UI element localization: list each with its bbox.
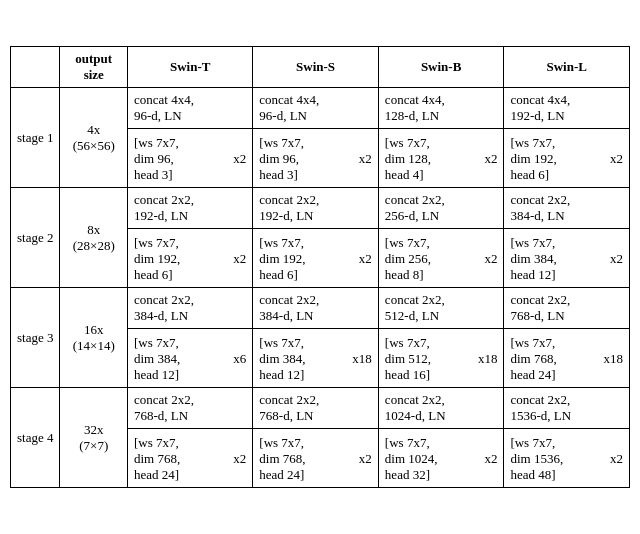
size-cell-1: 4x(56×56)	[60, 88, 128, 188]
ws-cell-s3-m3: [ws 7x7,dim 512,head 16]x18	[378, 329, 504, 388]
ws-cell-s4-m1: [ws 7x7,dim 768,head 24]x2	[128, 429, 253, 488]
concat-cell-s3-m3: concat 2x2,512-d, LN	[378, 288, 504, 329]
header-swin-l: Swin-L	[504, 47, 630, 88]
concat-cell-s1-m3: concat 4x4,128-d, LN	[378, 88, 504, 129]
ws-cell-s3-m4: [ws 7x7,dim 768,head 24]x18	[504, 329, 630, 388]
stage-label-2: stage 2	[11, 188, 60, 288]
concat-cell-s3-m2: concat 2x2,384-d, LN	[253, 288, 379, 329]
header-empty	[11, 47, 60, 88]
ws-cell-s1-m2: [ws 7x7,dim 96,head 3]x2	[253, 129, 379, 188]
concat-cell-s4-m1: concat 2x2,768-d, LN	[128, 388, 253, 429]
concat-cell-s3-m4: concat 2x2,768-d, LN	[504, 288, 630, 329]
concat-cell-s2-m4: concat 2x2,384-d, LN	[504, 188, 630, 229]
concat-cell-s1-m2: concat 4x4,96-d, LN	[253, 88, 379, 129]
concat-cell-s1-m4: concat 4x4,192-d, LN	[504, 88, 630, 129]
architecture-table: outputsize Swin-T Swin-S Swin-B Swin-L s…	[10, 46, 630, 488]
concat-cell-s4-m4: concat 2x2,1536-d, LN	[504, 388, 630, 429]
header-swin-t: Swin-T	[128, 47, 253, 88]
concat-cell-s2-m1: concat 2x2,192-d, LN	[128, 188, 253, 229]
table-wrapper: outputsize Swin-T Swin-S Swin-B Swin-L s…	[0, 36, 640, 498]
ws-cell-s3-m1: [ws 7x7,dim 384,head 12]x6	[128, 329, 253, 388]
ws-cell-s1-m4: [ws 7x7,dim 192,head 6]x2	[504, 129, 630, 188]
concat-cell-s3-m1: concat 2x2,384-d, LN	[128, 288, 253, 329]
ws-cell-s4-m3: [ws 7x7,dim 1024,head 32]x2	[378, 429, 504, 488]
concat-cell-s1-m1: concat 4x4,96-d, LN	[128, 88, 253, 129]
ws-cell-s2-m4: [ws 7x7,dim 384,head 12]x2	[504, 229, 630, 288]
ws-cell-s2-m2: [ws 7x7,dim 192,head 6]x2	[253, 229, 379, 288]
ws-cell-s1-m1: [ws 7x7,dim 96,head 3]x2	[128, 129, 253, 188]
stage-label-4: stage 4	[11, 388, 60, 488]
header-swin-b: Swin-B	[378, 47, 504, 88]
header-swin-s: Swin-S	[253, 47, 379, 88]
ws-cell-s4-m4: [ws 7x7,dim 1536,head 48]x2	[504, 429, 630, 488]
ws-cell-s2-m3: [ws 7x7,dim 256,head 8]x2	[378, 229, 504, 288]
concat-cell-s2-m3: concat 2x2,256-d, LN	[378, 188, 504, 229]
ws-cell-s2-m1: [ws 7x7,dim 192,head 6]x2	[128, 229, 253, 288]
size-cell-4: 32x(7×7)	[60, 388, 128, 488]
ws-cell-s3-m2: [ws 7x7,dim 384,head 12]x18	[253, 329, 379, 388]
stage-label-3: stage 3	[11, 288, 60, 388]
header-output-size: outputsize	[60, 47, 128, 88]
stage-label-1: stage 1	[11, 88, 60, 188]
concat-cell-s2-m2: concat 2x2,192-d, LN	[253, 188, 379, 229]
concat-cell-s4-m3: concat 2x2,1024-d, LN	[378, 388, 504, 429]
ws-cell-s1-m3: [ws 7x7,dim 128,head 4]x2	[378, 129, 504, 188]
concat-cell-s4-m2: concat 2x2,768-d, LN	[253, 388, 379, 429]
ws-cell-s4-m2: [ws 7x7,dim 768,head 24]x2	[253, 429, 379, 488]
size-cell-2: 8x(28×28)	[60, 188, 128, 288]
size-cell-3: 16x(14×14)	[60, 288, 128, 388]
